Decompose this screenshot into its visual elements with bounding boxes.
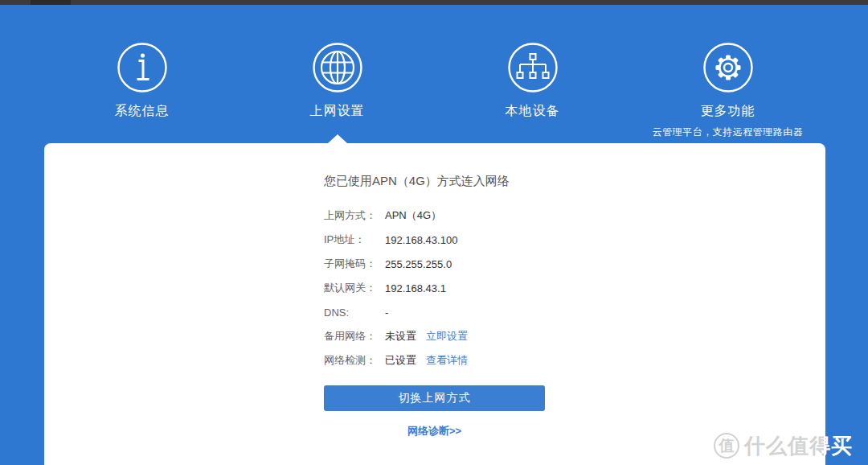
tab-more-features[interactable]: 更多功能 云管理平台，支持远程管理路由器: [630, 5, 825, 143]
row-label: IP地址：: [324, 232, 385, 247]
connection-status-section: 您已使用APN（4G）方式连入网络 上网方式： APN（4G） IP地址： 19…: [44, 143, 825, 438]
row-value: 192.168.43.1: [385, 282, 446, 294]
active-tab-pointer: [328, 134, 347, 143]
tab-label: 系统信息: [115, 103, 170, 120]
table-row: 默认网关： 192.168.43.1: [324, 276, 825, 300]
row-label: 网络检测：: [324, 353, 385, 368]
tab-label: 更多功能: [701, 103, 755, 120]
devices-icon: [507, 42, 559, 93]
row-value: 已设置: [385, 353, 416, 368]
settings-panel: 您已使用APN（4G）方式连入网络 上网方式： APN（4G） IP地址： 19…: [44, 143, 825, 465]
row-value: 192.168.43.100: [385, 234, 457, 246]
tab-subtitle: 云管理平台，支持远程管理路由器: [653, 126, 804, 139]
row-value: APN（4G）: [385, 208, 441, 223]
row-value: 255.255.255.0: [385, 258, 452, 270]
tab-label: 本地设备: [506, 103, 560, 120]
globe-icon: [312, 42, 363, 93]
table-row: IP地址： 192.168.43.100: [324, 228, 825, 252]
view-details-link[interactable]: 查看详情: [426, 353, 468, 368]
row-value: 未设置: [385, 329, 416, 344]
table-row: 网络检测： 已设置 查看详情: [324, 348, 825, 372]
table-row: 备用网络： 未设置 立即设置: [324, 324, 825, 348]
router-nav-tabs: 系统信息 上网设置: [44, 5, 825, 143]
row-label: DNS:: [324, 307, 385, 319]
tab-local-devices[interactable]: 本地设备: [435, 5, 630, 143]
tab-label: 上网设置: [310, 103, 365, 120]
row-label: 默认网关：: [324, 281, 385, 295]
tab-internet-settings[interactable]: 上网设置: [240, 5, 435, 143]
info-icon: [117, 42, 168, 93]
row-label: 备用网络：: [324, 329, 385, 344]
tab-system-info[interactable]: 系统信息: [44, 5, 240, 143]
row-label: 子网掩码：: [324, 257, 385, 271]
gear-icon: [702, 42, 754, 93]
table-row: 上网方式： APN（4G）: [324, 204, 825, 228]
switch-connection-mode-button[interactable]: 切换上网方式: [324, 385, 545, 411]
connection-status-title: 您已使用APN（4G）方式连入网络: [324, 174, 825, 189]
table-row: 子网掩码： 255.255.255.0: [324, 252, 825, 276]
setup-now-link[interactable]: 立即设置: [426, 329, 468, 344]
row-value: -: [385, 307, 388, 319]
row-label: 上网方式：: [324, 208, 385, 223]
table-row: DNS: -: [324, 300, 825, 324]
network-diagnose-link[interactable]: 网络诊断>>: [324, 424, 545, 438]
